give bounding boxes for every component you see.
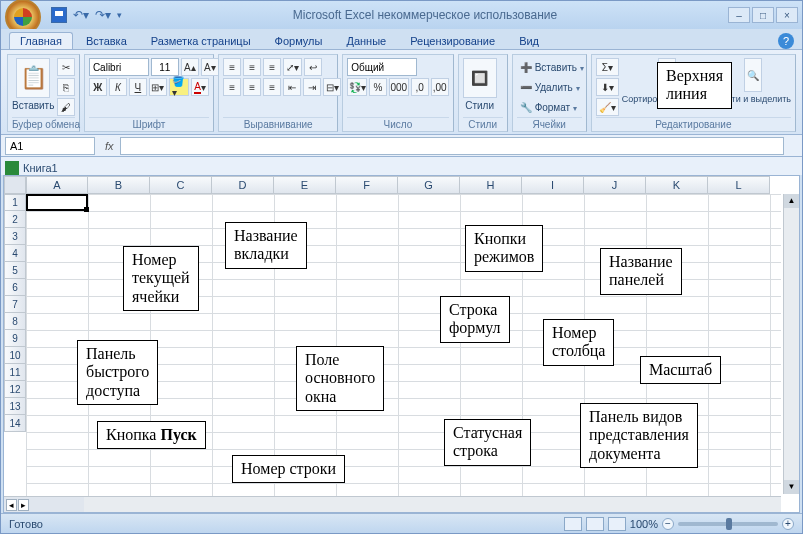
tab-data[interactable]: Данные xyxy=(335,32,397,49)
vertical-scrollbar[interactable] xyxy=(783,194,799,494)
select-all-corner[interactable] xyxy=(4,176,26,194)
align-bottom-icon[interactable]: ≡ xyxy=(263,58,281,76)
row-header[interactable]: 7 xyxy=(4,296,26,313)
fill-icon[interactable]: ⬇▾ xyxy=(596,78,619,96)
col-header[interactable]: C xyxy=(150,176,212,194)
row-header[interactable]: 9 xyxy=(4,330,26,347)
save-icon[interactable] xyxy=(51,7,67,23)
underline-button[interactable]: Ч xyxy=(129,78,147,96)
merge-cells-icon[interactable]: ⊟▾ xyxy=(323,78,341,96)
comma-icon[interactable]: 000 xyxy=(389,78,409,96)
view-normal-icon[interactable] xyxy=(564,517,582,531)
row-header[interactable]: 4 xyxy=(4,245,26,262)
decrease-indent-icon[interactable]: ⇤ xyxy=(283,78,301,96)
active-cell[interactable] xyxy=(26,194,88,211)
row-header[interactable]: 14 xyxy=(4,415,26,432)
bold-button[interactable]: Ж xyxy=(89,78,107,96)
close-button[interactable]: × xyxy=(776,7,798,23)
row-header[interactable]: 5 xyxy=(4,262,26,279)
group-label-font: Шрифт xyxy=(89,117,209,130)
border-icon[interactable]: ⊞▾ xyxy=(149,78,167,96)
format-cells-button[interactable]: 🔧Формат xyxy=(517,98,582,116)
group-label-number: Число xyxy=(347,117,448,130)
cut-icon[interactable]: ✂ xyxy=(57,58,75,76)
col-header[interactable]: K xyxy=(646,176,708,194)
view-page-layout-icon[interactable] xyxy=(586,517,604,531)
col-header[interactable]: G xyxy=(398,176,460,194)
zoom-out-button[interactable]: − xyxy=(662,518,674,530)
number-format-select[interactable] xyxy=(347,58,417,76)
col-header[interactable]: I xyxy=(522,176,584,194)
col-header[interactable]: B xyxy=(88,176,150,194)
font-name-input[interactable] xyxy=(89,58,149,76)
increase-indent-icon[interactable]: ⇥ xyxy=(303,78,321,96)
formula-input[interactable] xyxy=(120,137,784,155)
row-header[interactable]: 10 xyxy=(4,347,26,364)
callout-main-area: Полеосновногоокна xyxy=(296,346,384,411)
align-middle-icon[interactable]: ≡ xyxy=(243,58,261,76)
font-color-icon[interactable]: A▾ xyxy=(191,78,209,96)
row-header[interactable]: 1 xyxy=(4,194,26,211)
italic-button[interactable]: К xyxy=(109,78,127,96)
col-header[interactable]: D xyxy=(212,176,274,194)
orientation-icon[interactable]: ⤢▾ xyxy=(283,58,302,76)
view-page-break-icon[interactable] xyxy=(608,517,626,531)
row-header[interactable]: 13 xyxy=(4,398,26,415)
row-header[interactable]: 8 xyxy=(4,313,26,330)
align-top-icon[interactable]: ≡ xyxy=(223,58,241,76)
col-header[interactable]: F xyxy=(336,176,398,194)
cell-styles-button[interactable]: 🔲 xyxy=(463,58,497,98)
delete-cells-button[interactable]: ➖Удалить xyxy=(517,78,582,96)
decrease-font-icon[interactable]: A▾ xyxy=(201,58,219,76)
zoom-percent[interactable]: 100% xyxy=(630,518,658,530)
row-header[interactable]: 3 xyxy=(4,228,26,245)
align-right-icon[interactable]: ≡ xyxy=(263,78,281,96)
percent-icon[interactable]: % xyxy=(369,78,387,96)
undo-icon[interactable]: ↶▾ xyxy=(73,8,89,22)
tab-review[interactable]: Рецензирование xyxy=(399,32,506,49)
col-header[interactable]: J xyxy=(584,176,646,194)
decrease-decimal-icon[interactable]: ,00 xyxy=(431,78,449,96)
horizontal-scrollbar[interactable] xyxy=(84,496,781,512)
row-header[interactable]: 6 xyxy=(4,279,26,296)
paste-label: Вставить xyxy=(12,100,54,111)
autosum-icon[interactable]: Σ▾ xyxy=(596,58,619,76)
copy-icon[interactable]: ⎘ xyxy=(57,78,75,96)
workbook-name: Книга1 xyxy=(23,162,58,174)
zoom-slider[interactable] xyxy=(678,522,778,526)
tab-insert[interactable]: Вставка xyxy=(75,32,138,49)
format-painter-icon[interactable]: 🖌 xyxy=(57,98,75,116)
font-size-input[interactable] xyxy=(151,58,179,76)
group-font: A▴ A▾ Ж К Ч ⊞▾ 🪣▾ A▾ Шрифт xyxy=(84,54,214,132)
align-center-icon[interactable]: ≡ xyxy=(243,78,261,96)
align-left-icon[interactable]: ≡ xyxy=(223,78,241,96)
fill-color-icon[interactable]: 🪣▾ xyxy=(169,78,189,96)
insert-cells-button[interactable]: ➕Вставить xyxy=(517,58,582,76)
tab-formulas[interactable]: Формулы xyxy=(264,32,334,49)
find-select-button[interactable]: 🔍 xyxy=(744,58,762,92)
row-header[interactable]: 12 xyxy=(4,381,26,398)
paste-button[interactable]: 📋 xyxy=(16,58,50,98)
fx-icon[interactable]: fx xyxy=(99,140,120,152)
col-header[interactable]: A xyxy=(26,176,88,194)
minimize-button[interactable]: – xyxy=(728,7,750,23)
row-header[interactable]: 2 xyxy=(4,211,26,228)
maximize-button[interactable]: □ xyxy=(752,7,774,23)
zoom-in-button[interactable]: + xyxy=(782,518,794,530)
wrap-text-icon[interactable]: ↩ xyxy=(304,58,322,76)
tab-page-layout[interactable]: Разметка страницы xyxy=(140,32,262,49)
col-header[interactable]: E xyxy=(274,176,336,194)
name-box[interactable]: A1 xyxy=(5,137,95,155)
col-header[interactable]: L xyxy=(708,176,770,194)
clear-icon[interactable]: 🧹▾ xyxy=(596,98,619,116)
increase-font-icon[interactable]: A▴ xyxy=(181,58,199,76)
currency-icon[interactable]: 💱▾ xyxy=(347,78,367,96)
increase-decimal-icon[interactable]: ,0 xyxy=(411,78,429,96)
tab-home[interactable]: Главная xyxy=(9,32,73,49)
col-header[interactable]: H xyxy=(460,176,522,194)
redo-icon[interactable]: ↷▾ xyxy=(95,8,111,22)
row-header[interactable]: 11 xyxy=(4,364,26,381)
sheet-tabs[interactable]: ◂▸ xyxy=(4,496,84,512)
help-icon[interactable]: ? xyxy=(778,33,794,49)
tab-view[interactable]: Вид xyxy=(508,32,550,49)
